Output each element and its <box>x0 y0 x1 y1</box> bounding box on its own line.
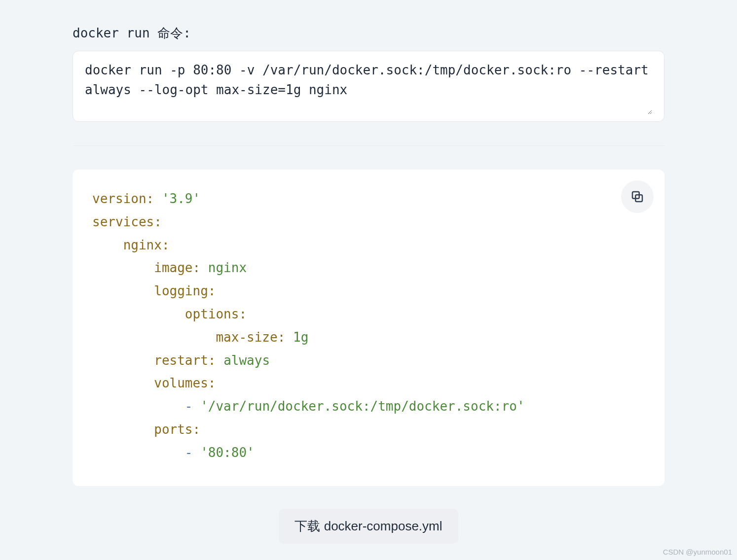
yaml-code: version: '3.9' services: nginx: image: n… <box>92 187 645 464</box>
docker-run-input[interactable] <box>85 60 652 114</box>
download-button[interactable]: 下载 docker-compose.yml <box>279 509 458 544</box>
watermark: CSDN @yunmoon01 <box>663 548 732 556</box>
divider <box>73 145 664 146</box>
yaml-output-card: version: '3.9' services: nginx: image: n… <box>73 170 664 486</box>
copy-icon <box>630 189 645 204</box>
copy-button[interactable] <box>621 180 654 213</box>
input-label: docker run 命令: <box>73 25 664 42</box>
command-input-card <box>73 51 664 122</box>
